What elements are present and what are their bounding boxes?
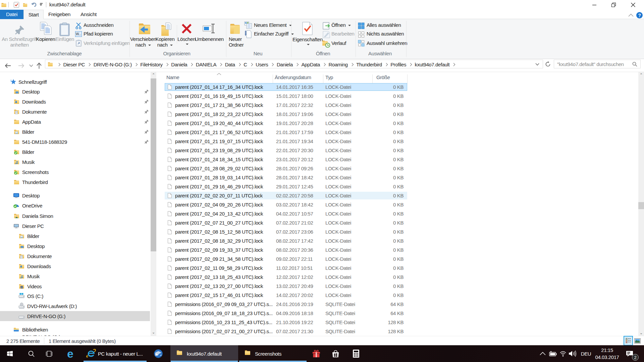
svg-text:W...: W...: [76, 32, 81, 36]
svg-text:?: ?: [638, 13, 641, 18]
